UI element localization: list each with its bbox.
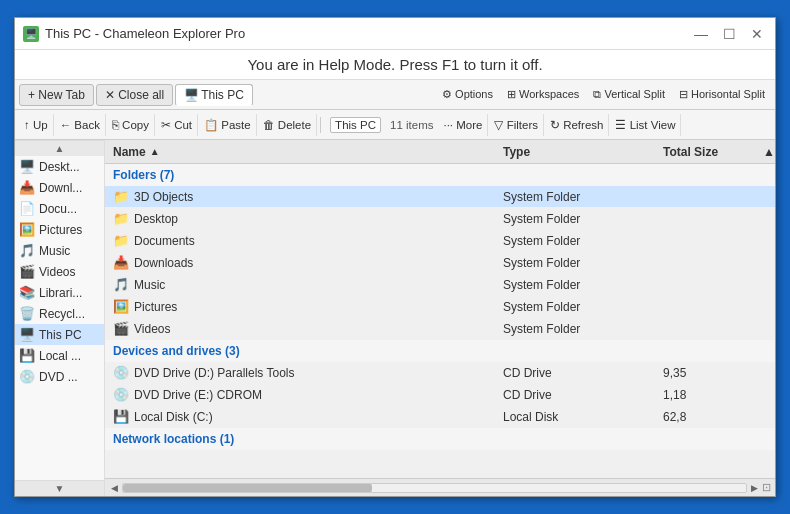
table-row[interactable]: 🖼️ Pictures System Folder xyxy=(105,296,775,318)
file-name-cell: 📁 Desktop xyxy=(105,209,495,228)
back-button[interactable]: ← Back xyxy=(55,114,106,136)
filters-button[interactable]: ▽ Filters xyxy=(489,114,544,136)
workspaces-button[interactable]: ⊞ Workspaces xyxy=(501,84,585,106)
paste-button[interactable]: 📋 Paste xyxy=(199,114,257,136)
videos-folder-icon: 🎬 xyxy=(113,321,129,336)
delete-button[interactable]: 🗑 Delete xyxy=(258,114,317,136)
file-name: Music xyxy=(134,278,165,292)
sidebar-scroll-up[interactable]: ▲ xyxy=(15,140,104,156)
sidebar-item-downloads[interactable]: 📥 Downl... xyxy=(15,177,104,198)
sidebar-item-documents[interactable]: 📄 Docu... xyxy=(15,198,104,219)
sidebar-item-music[interactable]: 🎵 Music xyxy=(15,240,104,261)
file-extra-cell xyxy=(755,407,775,426)
table-row[interactable]: 🎬 Videos System Folder xyxy=(105,318,775,340)
file-extra-cell xyxy=(755,363,775,382)
sidebar-item-pictures[interactable]: 🖼️ Pictures xyxy=(15,219,104,240)
file-extra-cell xyxy=(755,209,775,228)
file-type-cell: System Folder xyxy=(495,275,655,294)
sidebar-item-local[interactable]: 💾 Local ... xyxy=(15,345,104,366)
main-window: 🖥️ This PC - Chameleon Explorer Pro — ☐ … xyxy=(14,17,776,497)
copy-button[interactable]: ⎘ Copy xyxy=(107,114,155,136)
vertical-split-label: ⧉ Vertical Split xyxy=(593,88,665,101)
scroll-right-arrow-icon[interactable]: ▶ xyxy=(749,483,760,493)
more-button[interactable]: ··· More xyxy=(438,114,488,136)
sidebar-item-label: Music xyxy=(39,244,70,258)
file-name-cell: 💿 DVD Drive (E:) CDROM xyxy=(105,385,495,404)
horizontal-scrollbar[interactable] xyxy=(122,483,747,493)
file-name-cell: 📥 Downloads xyxy=(105,253,495,272)
sidebar: ▲ 🖥️ Deskt... 📥 Downl... 📄 Docu... 🖼️ Pi… xyxy=(15,140,105,496)
file-extra-cell xyxy=(755,297,775,316)
table-row[interactable]: 📁 Documents System Folder xyxy=(105,230,775,252)
sidebar-item-label: Docu... xyxy=(39,202,77,216)
sidebar-item-recycle[interactable]: 🗑️ Recycl... xyxy=(15,303,104,324)
downloads-icon: 📥 xyxy=(19,180,35,195)
table-row[interactable]: 💾 Local Disk (C:) Local Disk 62,8 xyxy=(105,406,775,428)
cut-label: ✂ Cut xyxy=(161,118,192,132)
close-button[interactable]: ✕ xyxy=(747,24,767,44)
file-extra-cell xyxy=(755,385,775,404)
main-panel-wrapper: Name ▲ Type Total Size ▲ Folders (7) xyxy=(105,140,775,496)
sidebar-item-label: Recycl... xyxy=(39,307,85,321)
copy-label: ⎘ Copy xyxy=(112,119,149,131)
header-type[interactable]: Type xyxy=(495,142,655,161)
current-tab[interactable]: 🖥️ This PC xyxy=(175,84,253,106)
refresh-button[interactable]: ↻ Refresh xyxy=(545,114,609,136)
title-bar-left: 🖥️ This PC - Chameleon Explorer Pro xyxy=(23,26,245,42)
sidebar-item-libraries[interactable]: 📚 Librari... xyxy=(15,282,104,303)
sidebar-item-label: Videos xyxy=(39,265,75,279)
new-tab-button[interactable]: + New Tab xyxy=(19,84,94,106)
horizontal-split-button[interactable]: ⊟ Horisontal Split xyxy=(673,84,771,106)
options-button[interactable]: ⚙ Options xyxy=(436,84,499,106)
sidebar-item-desktop[interactable]: 🖥️ Deskt... xyxy=(15,156,104,177)
toolbar: ↑ Up ← Back ⎘ Copy ✂ Cut 📋 Paste 🗑 Delet… xyxy=(15,110,775,140)
title-bar-controls: — ☐ ✕ xyxy=(691,24,767,44)
horizontal-split-label: ⊟ Horisontal Split xyxy=(679,88,765,101)
table-row[interactable]: 💿 DVD Drive (E:) CDROM CD Drive 1,18 xyxy=(105,384,775,406)
minimize-button[interactable]: — xyxy=(691,24,711,44)
table-row[interactable]: 📁 3D Objects System Folder xyxy=(105,186,775,208)
sidebar-item-dvd[interactable]: 💿 DVD ... xyxy=(15,366,104,387)
file-name: Downloads xyxy=(134,256,193,270)
list-view-label: ☰ List View xyxy=(615,118,675,132)
cut-button[interactable]: ✂ Cut xyxy=(156,114,198,136)
up-button[interactable]: ↑ Up xyxy=(19,114,54,136)
table-row[interactable]: 🎵 Music System Folder xyxy=(105,274,775,296)
scroll-left-arrow-icon[interactable]: ◀ xyxy=(109,483,120,493)
file-name: Videos xyxy=(134,322,170,336)
header-total-size[interactable]: Total Size xyxy=(655,142,755,161)
close-all-button[interactable]: ✕ Close all xyxy=(96,84,173,106)
sidebar-item-videos[interactable]: 🎬 Videos xyxy=(15,261,104,282)
pictures-folder-icon: 🖼️ xyxy=(113,299,129,314)
music-folder-icon: 🎵 xyxy=(113,277,129,292)
vertical-split-button[interactable]: ⧉ Vertical Split xyxy=(587,84,671,106)
file-size-cell xyxy=(655,187,755,206)
sidebar-scroll-down[interactable]: ▼ xyxy=(15,480,104,496)
file-name-cell: 💿 DVD Drive (D:) Parallels Tools xyxy=(105,363,495,382)
options-label: ⚙ Options xyxy=(442,88,493,101)
file-name: Documents xyxy=(134,234,195,248)
status-bar: ◀ ▶ ⊡ xyxy=(105,478,775,496)
header-scroll-btn[interactable]: ▲ xyxy=(755,142,775,161)
help-bar: You are in Help Mode. Press F1 to turn i… xyxy=(15,50,775,80)
file-size-cell: 1,18 xyxy=(655,385,755,404)
file-name: Pictures xyxy=(134,300,177,314)
table-row[interactable]: 📥 Downloads System Folder xyxy=(105,252,775,274)
maximize-button[interactable]: ☐ xyxy=(719,24,739,44)
delete-label: 🗑 Delete xyxy=(263,119,311,131)
file-name: 3D Objects xyxy=(134,190,193,204)
breadcrumb-thispc[interactable]: This PC xyxy=(330,117,381,133)
current-tab-label: This PC xyxy=(201,88,244,102)
recycle-icon: 🗑️ xyxy=(19,306,35,321)
list-view-button[interactable]: ☰ List View xyxy=(610,114,681,136)
sidebar-item-label: Pictures xyxy=(39,223,82,237)
table-row[interactable]: 💿 DVD Drive (D:) Parallels Tools CD Driv… xyxy=(105,362,775,384)
file-size-cell xyxy=(655,275,755,294)
up-label: ↑ Up xyxy=(24,119,48,131)
sidebar-item-thispc[interactable]: 🖥️ This PC xyxy=(15,324,104,345)
local-disk-icon: 💾 xyxy=(113,409,129,424)
resize-corner-icon: ⊡ xyxy=(762,481,771,494)
table-row[interactable]: 📁 Desktop System Folder xyxy=(105,208,775,230)
file-type-cell: System Folder xyxy=(495,253,655,272)
header-name[interactable]: Name ▲ xyxy=(105,142,495,161)
